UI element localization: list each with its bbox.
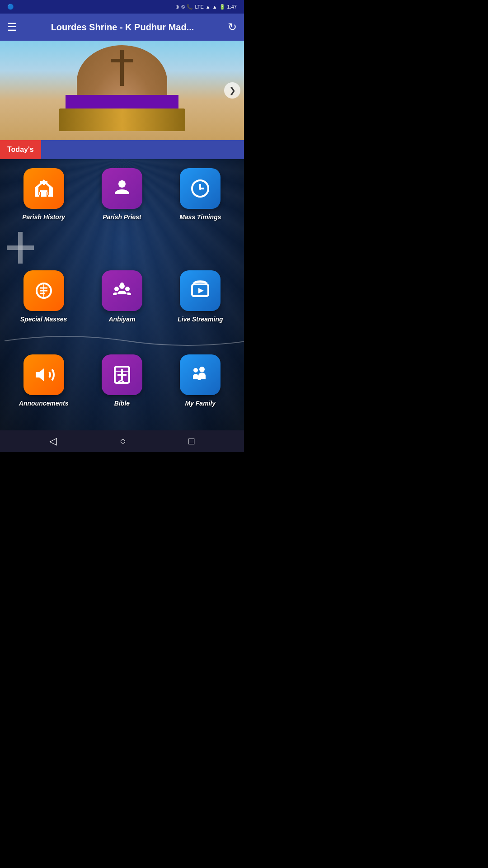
menu-button[interactable]: ☰ <box>7 21 17 33</box>
call-lte-icon: 📞 <box>187 4 193 10</box>
my-family-item[interactable]: My Family <box>169 354 232 407</box>
status-right: ⊕ © 📞 LTE ▲ ▲ 🔋 1:47 <box>175 4 237 10</box>
svg-rect-14 <box>120 283 124 284</box>
cross-decoration <box>120 50 124 86</box>
grid-row-1: Parish History Parish Priest <box>5 168 239 221</box>
stream-svg <box>189 280 211 302</box>
anbiyam-item[interactable]: Anbiyam <box>90 270 154 323</box>
bible-svg <box>111 364 133 386</box>
app-header: ☰ Lourdes Shrine - K Pudhur Mad... ↻ <box>0 14 244 41</box>
svg-point-21 <box>199 367 205 372</box>
wave-divider <box>5 332 239 350</box>
status-left: 🔵 <box>7 4 14 10</box>
parish-priest-item[interactable]: Parish Priest <box>90 168 154 221</box>
todays-label: Today's <box>0 140 41 159</box>
svg-rect-1 <box>41 182 47 184</box>
svg-rect-4 <box>120 182 124 183</box>
features-grid: Parish History Parish Priest <box>0 159 244 430</box>
svg-rect-19 <box>117 374 127 376</box>
grid-row-2: Special Masses Anbiyam <box>5 270 239 323</box>
live-streaming-label: Live Streaming <box>178 316 223 323</box>
battery-icon: 🔋 <box>219 4 225 10</box>
hero-scene <box>0 41 244 140</box>
book-icon <box>23 270 64 311</box>
grid-row-3: Announcements Bible <box>5 354 239 407</box>
family-svg <box>189 364 211 386</box>
parish-priest-label: Parish Priest <box>103 213 141 221</box>
svg-point-12 <box>125 287 130 291</box>
signal-bars2: ▲ <box>212 4 217 9</box>
refresh-button[interactable]: ↻ <box>228 21 237 33</box>
lte-label: LTE <box>195 4 203 9</box>
altar <box>59 108 185 131</box>
time-display: 1:47 <box>227 4 237 9</box>
clock-svg <box>189 178 211 199</box>
live-streaming-item[interactable]: Live Streaming <box>169 270 232 323</box>
svg-marker-16 <box>198 288 204 293</box>
special-masses-item[interactable]: Special Masses <box>12 270 75 323</box>
nav-bar: ◁ ○ □ <box>0 430 244 452</box>
back-button[interactable]: ◁ <box>49 435 57 447</box>
stream-icon <box>180 270 221 311</box>
todays-banner: Today's <box>0 140 244 159</box>
cross-divider <box>18 232 23 264</box>
status-bar: 🔵 ⊕ © 📞 LTE ▲ ▲ 🔋 1:47 <box>0 0 244 14</box>
home-button[interactable]: ○ <box>120 435 126 447</box>
parish-history-label: Parish History <box>22 213 65 221</box>
signal-bars: ▲ <box>206 4 211 9</box>
priest-icon <box>102 168 142 209</box>
cross-divider-area <box>5 230 239 266</box>
wave-svg <box>5 332 244 350</box>
church-icon <box>23 168 64 209</box>
special-masses-label: Special Masses <box>20 316 67 323</box>
family-icon <box>180 354 221 395</box>
my-family-label: My Family <box>185 400 216 407</box>
bible-item[interactable]: Bible <box>90 354 154 407</box>
book-svg <box>33 280 55 302</box>
hero-carousel: ❯ <box>0 41 244 140</box>
svg-point-20 <box>193 368 198 373</box>
bible-label: Bible <box>114 400 130 407</box>
svg-point-8 <box>199 187 202 190</box>
recents-button[interactable]: □ <box>188 435 194 447</box>
page-title: Lourdes Shrine - K Pudhur Mad... <box>17 22 228 33</box>
signal-icon: 🔵 <box>7 4 14 10</box>
megaphone-icon <box>23 354 64 395</box>
anbiyam-label: Anbiyam <box>108 316 135 323</box>
priest-svg <box>111 178 133 199</box>
bible-icon <box>102 354 142 395</box>
megaphone-svg <box>33 364 55 386</box>
hotspot-icon: ⊕ <box>175 4 179 10</box>
group-svg <box>111 280 133 302</box>
carousel-next-button[interactable]: ❯ <box>224 82 240 99</box>
group-icon <box>102 270 142 311</box>
parish-history-item[interactable]: Parish History <box>12 168 75 221</box>
mass-timings-item[interactable]: Mass Timings <box>169 168 232 221</box>
announcements-label: Announcements <box>19 400 69 407</box>
svg-point-11 <box>114 287 119 291</box>
announcements-item[interactable]: Announcements <box>12 354 75 407</box>
radio-icon: © <box>181 4 185 9</box>
church-svg <box>33 178 55 199</box>
mass-timings-label: Mass Timings <box>179 213 221 221</box>
clock-icon <box>180 168 221 209</box>
